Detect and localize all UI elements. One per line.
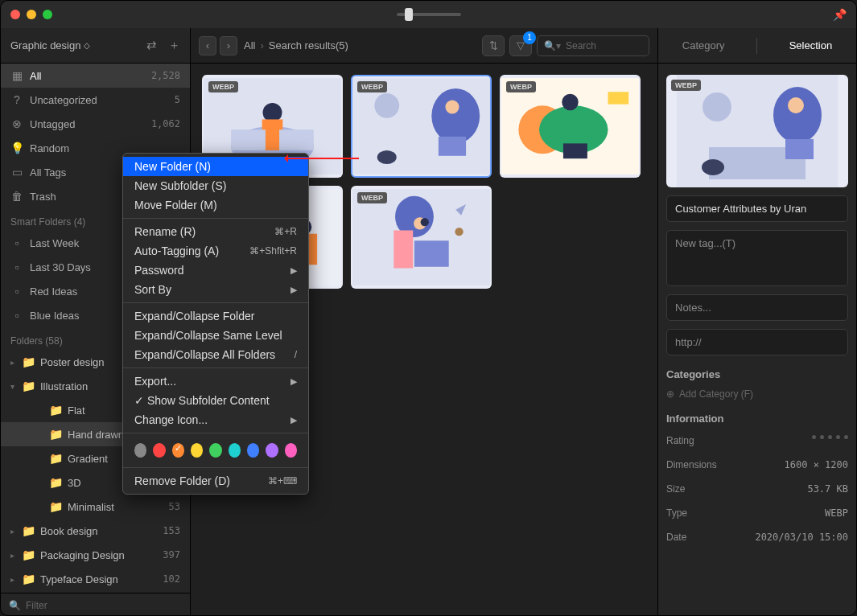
sidebar-item-untagged[interactable]: ⊗Untagged1,062: [1, 112, 190, 136]
color-swatch[interactable]: [266, 443, 278, 458]
search-icon: 🔍▾: [544, 40, 561, 51]
tags-field[interactable]: New tag...(T): [666, 230, 848, 286]
minimize-window[interactable]: [27, 10, 36, 19]
plus-icon: ⊕: [666, 388, 674, 400]
thumbnail-item[interactable]: WEBP: [500, 75, 641, 178]
menu-expand-collapse-folder[interactable]: Expand/Collapse Folder: [123, 306, 308, 326]
zoom-window[interactable]: [43, 10, 52, 19]
smart-folder-icon: ▫: [10, 285, 23, 298]
folder-icon: 📁: [22, 380, 35, 392]
folder-icon: 📁: [22, 573, 35, 585]
folder-icon: 📁: [49, 452, 63, 465]
svg-point-29: [455, 228, 463, 236]
menu-move-folder-m-[interactable]: Move Folder (M): [123, 195, 308, 215]
format-badge: WEBP: [671, 80, 701, 91]
url-field[interactable]: http://: [666, 329, 848, 355]
info-type: TypeWEBP: [666, 505, 848, 521]
forward-button[interactable]: ›: [220, 36, 237, 55]
submenu-arrow-icon: ▶: [290, 415, 297, 425]
expand-arrow-icon[interactable]: ▸: [10, 358, 17, 367]
folder-packaging-design[interactable]: ▸📁Packaging Design397: [1, 543, 190, 567]
color-swatch[interactable]: [247, 443, 259, 458]
svg-rect-5: [279, 129, 314, 150]
menu-remove-folder[interactable]: Remove Folder (D)⌘+⌨: [123, 471, 308, 491]
title-field[interactable]: Customer Attributes by Uran: [666, 195, 848, 222]
expand-arrow-icon[interactable]: ▸: [10, 575, 17, 584]
notes-field[interactable]: Notes...: [666, 294, 848, 321]
breadcrumb[interactable]: All › Search results(5): [244, 39, 348, 51]
menu-show-subfolder-content[interactable]: ✓ Show Subfolder Content: [123, 391, 308, 410]
menu-export-[interactable]: Export...▶: [123, 372, 308, 391]
folder-icon: 📁: [49, 500, 63, 513]
filter-button[interactable]: ▽1: [509, 35, 532, 56]
close-window[interactable]: [10, 10, 20, 19]
switch-library-icon[interactable]: ⇄: [146, 38, 157, 53]
thumbnail-item[interactable]: WEBP: [351, 75, 492, 178]
menu-new-subfolder-s-[interactable]: New Subfolder (S): [123, 176, 308, 195]
preview-image[interactable]: WEBP: [666, 75, 848, 187]
color-swatch[interactable]: [191, 443, 203, 458]
menu-sort-by[interactable]: Sort By▶: [123, 280, 308, 299]
tab-selection[interactable]: Selection: [773, 39, 848, 51]
tab-category[interactable]: Category: [666, 39, 741, 51]
submenu-arrow-icon: ▶: [290, 376, 297, 387]
menu-change-icon-[interactable]: Change Icon...▶: [123, 410, 308, 429]
folder-book-design[interactable]: ▸📁Book design153: [1, 519, 190, 543]
color-swatch[interactable]: [229, 443, 241, 458]
sidebar-item-all[interactable]: ▦All2,528: [1, 64, 190, 88]
add-category-button[interactable]: ⊕Add Category (F): [666, 388, 848, 400]
context-menu: New Folder (N)New Subfolder (S)Move Fold…: [122, 153, 309, 495]
pin-icon[interactable]: 📌: [833, 8, 847, 21]
color-swatch[interactable]: [172, 443, 184, 458]
menu-auto-tagging-a-[interactable]: Auto-Tagging (A)⌘+Shfit+R: [123, 241, 308, 261]
submenu-arrow-icon: ▶: [290, 285, 297, 295]
folder-icon: 📁: [49, 476, 63, 489]
item-icon: ⊗: [10, 117, 23, 130]
expand-arrow-icon[interactable]: ▸: [10, 527, 17, 536]
menu-rename-r-[interactable]: Rename (R)⌘+R: [123, 222, 308, 241]
filter-badge: 1: [523, 31, 536, 44]
smart-folder-icon: ▫: [10, 236, 23, 249]
color-swatch[interactable]: [134, 443, 146, 458]
folder-typeface-design[interactable]: ▸📁Typeface Design102: [1, 567, 190, 591]
svg-point-33: [773, 87, 822, 143]
format-badge: WEBP: [357, 81, 387, 92]
svg-rect-10: [439, 137, 466, 156]
color-swatch[interactable]: [285, 443, 297, 458]
submenu-arrow-icon: ▶: [290, 265, 297, 276]
info-rating[interactable]: Rating: [666, 433, 848, 449]
add-library-icon[interactable]: ＋: [168, 38, 180, 53]
sidebar-filter[interactable]: 🔍 Filter: [1, 593, 190, 616]
expand-arrow-icon[interactable]: ▾: [10, 382, 17, 391]
sort-button[interactable]: ⇅: [482, 35, 505, 56]
format-badge: WEBP: [357, 192, 387, 203]
menu-password[interactable]: Password▶: [123, 261, 308, 280]
information-heading: Information: [666, 413, 848, 425]
menu-expand-collapse-all-folders[interactable]: Expand/Collapse All Folders/: [123, 345, 308, 364]
annotation-arrow: [286, 158, 359, 159]
expand-arrow-icon[interactable]: ▸: [10, 551, 17, 560]
info-dimensions: Dimensions1600 × 1200: [666, 457, 848, 473]
folder-minimalist[interactable]: 📁Minimalist53: [1, 495, 190, 519]
info-size: Size53.7 KB: [666, 481, 848, 497]
item-icon: ?: [10, 93, 23, 106]
color-swatch[interactable]: [209, 443, 221, 458]
traffic-lights: [10, 10, 52, 19]
color-swatch[interactable]: [153, 443, 165, 458]
library-selector[interactable]: Graphic design◇: [10, 39, 90, 51]
thumbnail-size-slider[interactable]: [397, 13, 461, 16]
folder-icon: 📁: [22, 355, 35, 368]
svg-point-11: [377, 150, 397, 164]
search-icon: 🔍: [9, 600, 21, 611]
back-button[interactable]: ‹: [199, 36, 216, 55]
menu-expand-collapse-same-level[interactable]: Expand/Collapse Same Level: [123, 326, 308, 345]
smart-folder-icon: ▫: [10, 261, 23, 273]
sidebar-item-uncategorized[interactable]: ?Uncategorized5: [1, 88, 190, 112]
svg-point-36: [702, 159, 724, 175]
svg-point-7: [374, 93, 399, 118]
titlebar: 📌: [1, 1, 856, 28]
search-input[interactable]: 🔍▾ Search: [537, 35, 649, 56]
item-icon: ▭: [10, 166, 23, 179]
format-badge: WEBP: [506, 81, 536, 92]
thumbnail-item[interactable]: WEBP: [351, 186, 492, 289]
